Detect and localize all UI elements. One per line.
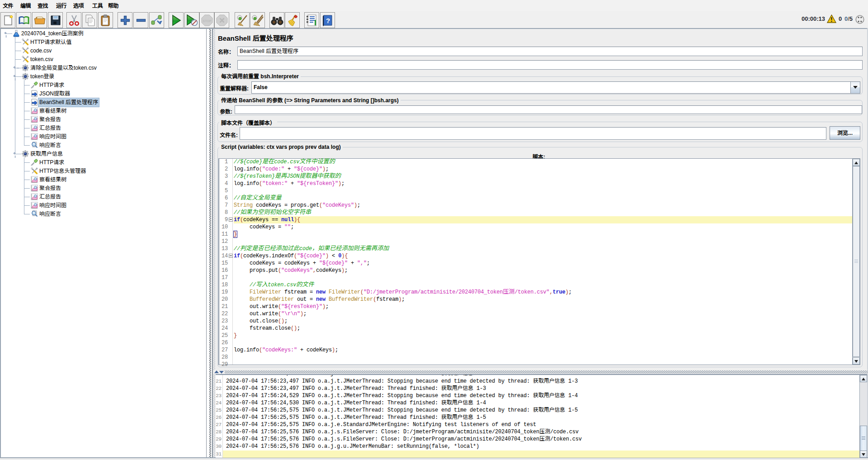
svg-text:?: ? xyxy=(326,17,330,24)
svg-text:STOP: STOP xyxy=(203,19,211,22)
